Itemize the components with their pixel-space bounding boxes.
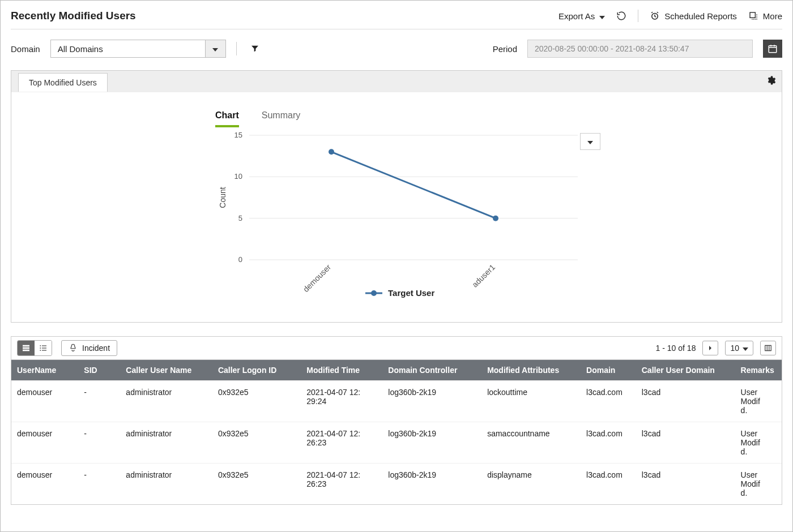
table-cell: displayname	[481, 464, 581, 505]
more-icon	[748, 11, 758, 21]
more-button[interactable]: More	[748, 11, 782, 21]
grid-view-button[interactable]	[18, 341, 35, 355]
table-cell: demouser	[11, 381, 78, 422]
domain-label: Domain	[11, 44, 40, 54]
divider	[236, 42, 237, 55]
svg-rect-2	[769, 46, 777, 53]
view-toggle	[17, 340, 52, 356]
svg-text:demouser: demouser	[301, 263, 333, 294]
export-label: Export As	[558, 11, 595, 21]
table-cell: 2021-04-07 12:26:23	[301, 422, 382, 464]
period-label: Period	[493, 44, 517, 54]
table-cell: log360b-2k19	[382, 381, 481, 422]
svg-text:aduser1: aduser1	[470, 263, 497, 289]
table-cell: demouser	[11, 422, 78, 464]
chart-area: 051015Countdemouseraduser1Target User	[215, 130, 600, 299]
refresh-icon[interactable]	[616, 11, 626, 21]
table-cell: l3cad.com	[581, 381, 636, 422]
svg-point-22	[40, 345, 41, 346]
table-cell: User Modifd.	[735, 422, 782, 464]
svg-point-24	[40, 347, 41, 349]
chevron-down-icon	[599, 11, 605, 21]
svg-rect-27	[42, 350, 46, 350]
tab-summary[interactable]: Summary	[262, 110, 300, 127]
column-header[interactable]: Domain	[581, 360, 636, 381]
column-header[interactable]: Modified Attributes	[481, 360, 581, 381]
table-cell: l3cad.com	[581, 422, 636, 464]
period-input[interactable]: 2020-08-25 00:00:00 - 2021-08-24 13:50:4…	[527, 40, 753, 58]
domain-value: All Domains	[51, 44, 205, 54]
panel-tab-top-modified[interactable]: Top Modified Users	[18, 73, 108, 92]
calendar-icon[interactable]	[763, 40, 782, 58]
table-cell: 0x932e5	[212, 381, 301, 422]
table-cell: -	[78, 422, 120, 464]
table-cell: log360b-2k19	[382, 422, 481, 464]
table-row[interactable]: demouser-administrator0x932e52021-04-07 …	[11, 381, 782, 422]
column-header[interactable]: Caller Logon ID	[212, 360, 301, 381]
tab-chart[interactable]: Chart	[215, 110, 239, 127]
scheduled-reports-label: Scheduled Reports	[664, 11, 737, 21]
alarm-icon	[650, 11, 660, 21]
svg-text:5: 5	[238, 214, 242, 222]
svg-point-13	[493, 216, 498, 221]
svg-text:Count: Count	[218, 187, 227, 208]
list-view-button[interactable]	[35, 341, 52, 355]
more-label: More	[763, 11, 782, 21]
table-cell: l3cad	[636, 464, 735, 505]
svg-text:15: 15	[235, 131, 242, 139]
filter-icon[interactable]	[247, 41, 263, 57]
page-title: Recently Modified Users	[11, 10, 136, 22]
table-cell: administrator	[120, 381, 212, 422]
table-cell: -	[78, 464, 120, 505]
table-row[interactable]: demouser-administrator0x932e52021-04-07 …	[11, 464, 782, 505]
column-header[interactable]: Modified Time	[301, 360, 382, 381]
table-cell: administrator	[120, 464, 212, 505]
table-cell: l3cad	[636, 422, 735, 464]
table-cell: User Modifd.	[735, 464, 782, 505]
column-header[interactable]: SID	[78, 360, 120, 381]
data-table: UserNameSIDCaller User NameCaller Logon …	[11, 360, 782, 504]
divider	[638, 10, 638, 22]
chart-panel: Top Modified Users Chart Summary 051015C…	[11, 70, 782, 323]
svg-rect-20	[23, 347, 29, 349]
page-size-value: 10	[730, 344, 739, 353]
table-cell: -	[78, 381, 120, 422]
chevron-down-icon	[743, 344, 748, 353]
column-header[interactable]: Caller User Domain	[636, 360, 735, 381]
svg-rect-25	[42, 347, 46, 348]
columns-button[interactable]	[760, 341, 776, 355]
header-actions: Export As Scheduled Reports More	[558, 10, 782, 22]
table-row[interactable]: demouser-administrator0x932e52021-04-07 …	[11, 422, 782, 464]
svg-text:0: 0	[238, 255, 242, 264]
pager-text: 1 - 10 of 18	[656, 344, 696, 353]
svg-rect-23	[42, 345, 46, 346]
svg-rect-28	[765, 345, 771, 350]
scheduled-reports-button[interactable]: Scheduled Reports	[650, 11, 737, 21]
column-header[interactable]: Domain Controller	[382, 360, 481, 381]
chevron-down-icon[interactable]	[205, 40, 225, 57]
chevron-down-icon[interactable]	[580, 133, 600, 150]
table-cell: 2021-04-07 12:26:23	[301, 464, 382, 505]
table-cell: lockouttime	[481, 381, 581, 422]
gear-icon[interactable]	[766, 75, 776, 87]
table-cell: User Modifd.	[735, 381, 782, 422]
table-cell: log360b-2k19	[382, 464, 481, 505]
table-cell: l3cad	[636, 381, 735, 422]
svg-rect-21	[23, 350, 29, 351]
domain-select[interactable]: All Domains	[50, 40, 226, 58]
table-cell: l3cad.com	[581, 464, 636, 505]
page-size-select[interactable]: 10	[725, 341, 753, 355]
pager: 1 - 10 of 18 10	[656, 341, 776, 355]
incident-button[interactable]: Incident	[61, 340, 117, 356]
table-cell: samaccountname	[481, 422, 581, 464]
column-header[interactable]: UserName	[11, 360, 78, 381]
svg-point-26	[40, 350, 41, 351]
next-page-button[interactable]	[702, 341, 718, 355]
table-cell: 0x932e5	[212, 464, 301, 505]
export-button[interactable]: Export As	[558, 11, 605, 21]
table-cell: demouser	[11, 464, 78, 505]
svg-rect-19	[23, 345, 29, 347]
column-header[interactable]: Remarks	[735, 360, 782, 381]
svg-point-12	[329, 149, 334, 155]
column-header[interactable]: Caller User Name	[120, 360, 212, 381]
